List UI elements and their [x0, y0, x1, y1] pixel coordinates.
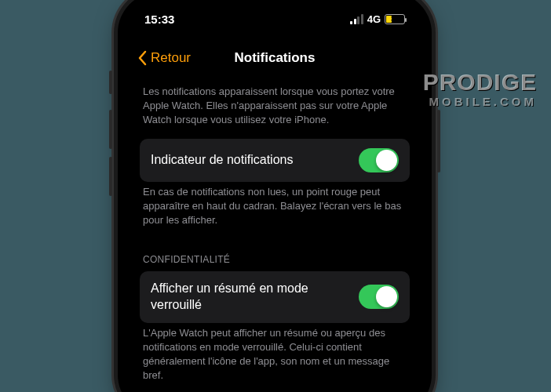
content[interactable]: Les notifications apparaissent lorsque v…: [127, 75, 422, 392]
summary-locked-toggle[interactable]: [359, 285, 399, 309]
notifications-indicator-toggle[interactable]: [359, 148, 399, 172]
cell-label: Indicateur de notifications: [151, 152, 349, 169]
phone-frame: 15:33 4G 30 Retour Notifications Les not…: [118, 0, 432, 392]
chevron-left-icon: [137, 50, 148, 66]
network-label: 4G: [367, 13, 381, 25]
clock: 15:33: [144, 13, 174, 26]
power-button: [437, 110, 440, 172]
page-title: Notifications: [235, 50, 316, 66]
volume-up-button: [109, 110, 112, 149]
back-label: Retour: [151, 50, 191, 66]
intro-text: Les notifications apparaissent lorsque v…: [140, 82, 410, 139]
screen: 15:33 4G 30 Retour Notifications Les not…: [127, 2, 422, 392]
watermark: PRODIGE MOBILE.COM: [423, 71, 537, 107]
cell-label: Afficher un résumé en mode verrouillé: [151, 281, 349, 314]
indicator-desc: En cas de notifications non lues, un poi…: [140, 182, 410, 239]
back-button[interactable]: Retour: [137, 41, 191, 75]
notch: [204, 2, 345, 25]
side-button: [109, 71, 112, 94]
notifications-indicator-cell[interactable]: Indicateur de notifications: [140, 139, 410, 182]
signal-icon: [350, 14, 363, 24]
summary-locked-cell[interactable]: Afficher un résumé en mode verrouillé: [140, 271, 410, 323]
volume-down-button: [109, 157, 112, 196]
privacy-section-label: Confidentialité: [140, 238, 410, 271]
summary-desc: L'Apple Watch peut afficher un résumé ou…: [140, 323, 410, 392]
battery-icon: 30: [385, 14, 405, 24]
nav-header: Retour Notifications: [127, 41, 422, 75]
